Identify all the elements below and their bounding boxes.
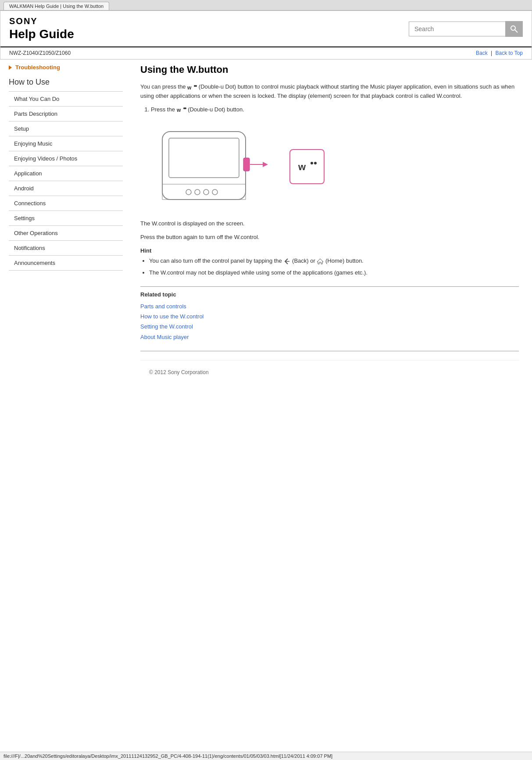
sub-header: NWZ-Z1040/Z1050/Z1060 Back | Back to Top xyxy=(0,47,532,59)
sidebar: Troubleshooting How to Use What You Can … xyxy=(0,64,127,454)
related-link-about-music-player[interactable]: About Music player xyxy=(140,332,519,342)
hint-item-2: The W.control may not be displayed while… xyxy=(149,268,519,278)
svg-text:w: w xyxy=(177,107,181,113)
nav-links: Back | Back to Top xyxy=(476,50,523,56)
search-icon xyxy=(510,25,518,33)
sidebar-item-other-operations[interactable]: Other Operations xyxy=(9,226,123,241)
page-title: Using the W.button xyxy=(140,64,519,75)
copyright-text: © 2012 Sony Corporation xyxy=(149,369,209,375)
sony-logo: SONY xyxy=(9,16,74,26)
page-header: SONY Help Guide NWZ-Z1040/Z1050/Z1060 Ba… xyxy=(0,11,532,60)
svg-rect-8 xyxy=(162,132,246,200)
search-area xyxy=(409,21,523,37)
related-topic-title: Related topic xyxy=(140,291,519,298)
back-link[interactable]: Back xyxy=(476,50,488,56)
svg-point-0 xyxy=(511,26,515,30)
svg-point-13 xyxy=(195,189,200,195)
svg-rect-9 xyxy=(169,138,239,178)
related-divider-top xyxy=(140,286,519,287)
logo-area: SONY Help Guide xyxy=(9,16,74,41)
hint-section: Hint You can also turn off the control p… xyxy=(140,247,519,278)
related-link-how-to-use-wcontrol[interactable]: How to use the W.control xyxy=(140,311,519,321)
svg-text:w: w xyxy=(187,85,192,90)
sidebar-item-parts-description[interactable]: Parts Description xyxy=(9,107,123,121)
svg-point-18 xyxy=(311,162,313,164)
wdot-icon-intro: w xyxy=(187,84,197,90)
sidebar-item-enjoying-videos[interactable]: Enjoying Videos / Photos xyxy=(9,151,123,166)
related-link-parts-controls[interactable]: Parts and controls xyxy=(140,301,519,311)
how-to-use-title: How to Use xyxy=(9,78,123,89)
browser-tab[interactable]: WALKMAN Help Guide | Using the W.button xyxy=(4,2,109,10)
search-button[interactable] xyxy=(505,21,523,37)
svg-rect-11 xyxy=(162,184,246,200)
w-button-badge: w xyxy=(289,149,325,184)
sidebar-item-announcements[interactable]: Announcements xyxy=(9,256,123,271)
model-label: NWZ-Z1040/Z1050/Z1060 xyxy=(9,50,71,56)
w-control-line2: Press the button again to turn off the W… xyxy=(140,233,519,242)
w-badge-svg: w xyxy=(296,158,318,175)
related-divider-bottom xyxy=(140,351,519,351)
troubleshooting-label: Troubleshooting xyxy=(15,64,60,71)
related-link-setting-wcontrol[interactable]: Setting the W.control xyxy=(140,321,519,332)
sidebar-item-android[interactable]: Android xyxy=(9,181,123,196)
wdot-symbol-intro: w xyxy=(187,83,199,90)
content-area: Using the W.button You can press the w (… xyxy=(127,64,532,454)
sidebar-item-setup[interactable]: Setup xyxy=(9,121,123,136)
sidebar-item-notifications[interactable]: Notifications xyxy=(9,241,123,256)
back-icon xyxy=(283,258,290,265)
device-illustration: w xyxy=(149,123,519,211)
browser-tab-bar: WALKMAN Help Guide | Using the W.button xyxy=(0,0,532,11)
svg-text:w: w xyxy=(298,161,306,172)
sidebar-item-application[interactable]: Application xyxy=(9,166,123,181)
nav-sep: | xyxy=(491,50,492,56)
search-input[interactable] xyxy=(409,21,505,36)
svg-line-1 xyxy=(515,30,518,32)
hint-title: Hint xyxy=(140,247,519,254)
home-icon xyxy=(317,258,324,265)
sidebar-item-what-you-can-do[interactable]: What You Can Do xyxy=(9,92,123,107)
svg-point-12 xyxy=(186,189,191,195)
steps-list: Press the w (Double-u Dot) button. xyxy=(151,105,519,114)
sidebar-item-enjoying-music[interactable]: Enjoying Music xyxy=(9,136,123,151)
intro-paragraph: You can press the w (Double-u Dot) butto… xyxy=(140,82,519,101)
troubleshooting-link[interactable]: Troubleshooting xyxy=(9,64,123,71)
step-1: Press the w (Double-u Dot) button. xyxy=(151,105,519,114)
hint-list: You can also turn off the control panel … xyxy=(149,257,519,278)
chevron-icon xyxy=(9,65,12,70)
svg-rect-10 xyxy=(243,158,250,171)
svg-point-7 xyxy=(185,107,186,109)
sidebar-item-settings[interactable]: Settings xyxy=(9,211,123,226)
hint-item-1: You can also turn off the control panel … xyxy=(149,257,519,266)
help-guide-title: Help Guide xyxy=(9,27,74,41)
w-control-line1: The W.control is displayed on the screen… xyxy=(140,219,519,228)
main-layout: Troubleshooting How to Use What You Can … xyxy=(0,60,532,454)
wdot-icon-step1: w xyxy=(177,107,186,113)
svg-point-15 xyxy=(212,189,218,195)
svg-point-4 xyxy=(195,85,197,87)
svg-point-14 xyxy=(204,189,209,195)
wdot-symbol-step1: w xyxy=(177,106,188,113)
back-to-top-link[interactable]: Back to Top xyxy=(496,50,523,56)
walkman-device-svg xyxy=(149,123,281,211)
related-links: Parts and controls How to use the W.cont… xyxy=(140,301,519,343)
sidebar-item-connections[interactable]: Connections xyxy=(9,196,123,211)
svg-point-19 xyxy=(314,162,317,164)
footer: © 2012 Sony Corporation xyxy=(140,360,519,380)
